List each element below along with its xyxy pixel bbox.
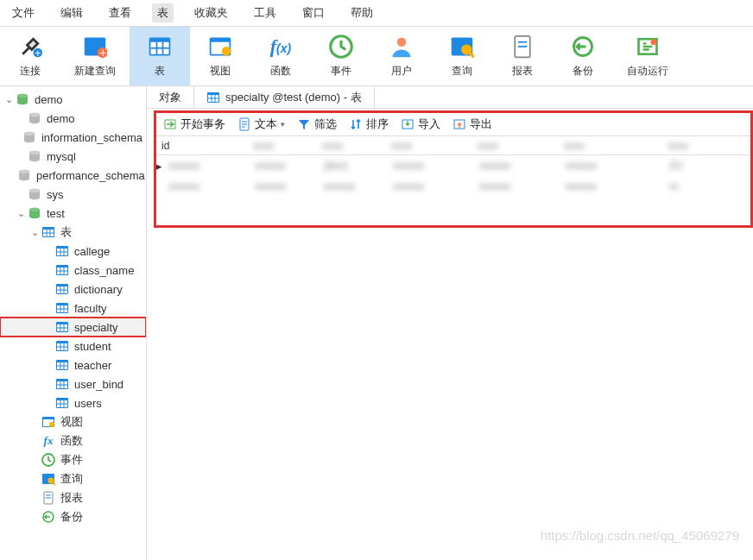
cell[interactable]: xxxxxx	[474, 160, 560, 172]
toolbar-view[interactable]: 视图	[190, 27, 250, 85]
toolbar-table[interactable]: 表	[130, 27, 190, 85]
tbl-icon	[41, 225, 55, 239]
gridtool-export[interactable]: 导出	[452, 116, 492, 132]
data-grid[interactable]: idxxxxxxxxxxxxxxxxxxxxxxxx ▸xxxxxxxxxxxx…	[156, 136, 750, 197]
menu-item-7[interactable]: 帮助	[345, 3, 378, 22]
table-dictionary[interactable]: dictionary	[0, 280, 146, 299]
node-clock[interactable]: 事件	[0, 450, 146, 469]
sidebar-tree[interactable]: ⌄demodemoinformation_schemamysqlperforma…	[0, 86, 147, 560]
table-callege[interactable]: callege	[0, 242, 146, 261]
node-report[interactable]: 报表	[0, 488, 146, 507]
toolbar-report[interactable]: 报表	[492, 27, 553, 85]
col-label: xxxx	[662, 140, 688, 152]
table-row[interactable]: xxxxxxxxxxxxxxxxxxxxxxxxxxxxxxxxxxxxro	[156, 176, 750, 197]
cell[interactable]: xxxxxx	[560, 160, 664, 172]
cell[interactable]: xxxxxx	[474, 180, 560, 192]
col-head-4[interactable]: xxxx	[467, 140, 554, 152]
tbl-icon	[55, 339, 69, 353]
toolbar-fx[interactable]: f(x)函数	[250, 27, 311, 85]
toolbar-clock[interactable]: 事件	[311, 27, 371, 85]
col-head-1[interactable]: xxxx	[243, 140, 312, 152]
table-row[interactable]: ▸xxxxxxxxxxxx(blur)xxxxxxxxxxxxxxxxxxZU	[156, 155, 750, 176]
table-label: users	[74, 397, 102, 410]
toolbar-plug[interactable]: 连接	[0, 27, 60, 85]
node-fx[interactable]: fx函数	[0, 431, 146, 450]
gridtool-tx[interactable]: 开始事务	[163, 116, 225, 132]
table-teacher[interactable]: teacher	[0, 356, 146, 374]
node-backup[interactable]: 备份	[0, 507, 146, 526]
cell[interactable]: xxxxxx	[163, 160, 250, 172]
tbl-icon	[148, 35, 172, 59]
menubar[interactable]: 文件编辑查看表收藏夹工具窗口帮助	[0, 0, 753, 27]
cell[interactable]: xxxxxx	[250, 160, 319, 172]
col-head-2[interactable]: xxxx	[312, 140, 381, 152]
toolbar-user[interactable]: 用户	[371, 27, 432, 85]
cell[interactable]: xxxxxx	[388, 180, 474, 192]
auto-icon	[636, 35, 660, 59]
plug-icon	[18, 35, 42, 59]
backup-icon	[571, 35, 595, 59]
gridtool-label: 文本	[255, 116, 277, 132]
tbl-icon	[55, 263, 69, 277]
cell[interactable]: ZU	[664, 160, 750, 172]
cell[interactable]: xxxxxx	[560, 180, 664, 192]
toolbar-backup[interactable]: 备份	[553, 27, 613, 85]
gridtool-label: 导入	[418, 116, 440, 132]
query-icon	[41, 472, 55, 486]
menu-item-6[interactable]: 窗口	[297, 3, 330, 22]
gridtool-doc[interactable]: 文本 ▾	[237, 116, 285, 132]
table-label: callege	[74, 245, 110, 258]
menu-item-4[interactable]: 收藏夹	[189, 3, 233, 22]
cell[interactable]: ro	[664, 180, 750, 192]
col-head-5[interactable]: xxxx	[554, 140, 657, 152]
db-demo[interactable]: demo	[0, 109, 146, 128]
tab-strip[interactable]: 对象specialty @test (demo) - 表	[147, 86, 753, 109]
gridtool-label: 筛选	[314, 116, 337, 132]
tab-1[interactable]: specialty @test (demo) - 表	[194, 86, 375, 108]
db-sys[interactable]: sys	[0, 185, 146, 204]
gridtool-filter[interactable]: 筛选	[297, 116, 337, 132]
node-query[interactable]: 查询	[0, 469, 146, 488]
table-faculty[interactable]: faculty	[0, 299, 146, 318]
cell[interactable]: xxxxxx	[163, 180, 250, 192]
tables-folder[interactable]: ⌄表	[0, 223, 146, 242]
table-student[interactable]: student	[0, 337, 146, 356]
gridtool-import[interactable]: 导入	[401, 116, 440, 132]
tab-0[interactable]: 对象	[147, 86, 194, 108]
gridtool-sort[interactable]: 排序	[349, 116, 389, 132]
menu-item-1[interactable]: 编辑	[55, 3, 88, 22]
tab-label: specialty @test (demo) - 表	[225, 90, 362, 105]
cell[interactable]: xxxxxx	[250, 180, 319, 192]
toolbar-query[interactable]: 查询	[432, 27, 492, 85]
menu-item-0[interactable]: 文件	[7, 3, 40, 22]
node-view[interactable]: 视图	[0, 412, 146, 431]
cell[interactable]: (blur)	[319, 160, 388, 172]
col-head-0[interactable]: id	[156, 140, 243, 152]
main-toolbar: 连接新建查询表视图f(x)函数事件用户查询报表备份自动运行	[0, 27, 753, 86]
table-user_bind[interactable]: user_bind	[0, 374, 146, 393]
menu-item-5[interactable]: 工具	[249, 3, 282, 22]
table-users[interactable]: users	[0, 393, 146, 412]
col-head-6[interactable]: xxxx	[657, 140, 744, 152]
db-information_schema[interactable]: information_schema	[0, 128, 146, 147]
table-class_name[interactable]: class_name	[0, 261, 146, 280]
gridtool-label: 导出	[470, 116, 492, 132]
menu-item-3[interactable]: 表	[152, 3, 174, 22]
grid-toolbar[interactable]: 开始事务文本 ▾筛选排序导入导出	[156, 113, 750, 136]
db-label: information_schema	[41, 131, 142, 144]
cell[interactable]: xxxxxx	[388, 160, 474, 172]
table-label: teacher	[74, 359, 111, 372]
tree-root[interactable]: ⌄demo	[0, 90, 146, 109]
toolbar-auto[interactable]: 自动运行	[613, 27, 682, 85]
toolbar-newquery[interactable]: 新建查询	[60, 27, 130, 85]
tbl-icon	[55, 377, 69, 391]
db-label: demo	[47, 112, 75, 125]
db-test[interactable]: ⌄test	[0, 204, 146, 223]
db-mysql[interactable]: mysql	[0, 147, 146, 166]
col-head-3[interactable]: xxxx	[381, 140, 467, 152]
gridtool-label: 开始事务	[180, 116, 225, 132]
menu-item-2[interactable]: 查看	[104, 3, 136, 22]
db-performance_schema[interactable]: performance_schema	[0, 166, 146, 185]
table-specialty[interactable]: specialty	[0, 318, 146, 337]
cell[interactable]: xxxxxx	[319, 180, 388, 192]
